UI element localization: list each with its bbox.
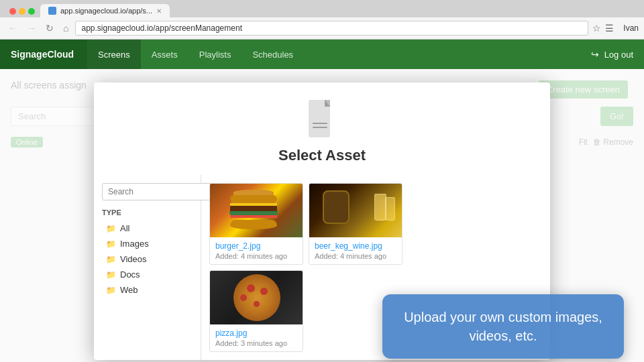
beer-name: beer_keg_wine.jpg [315, 241, 396, 251]
folder-icon-videos: 📁 [106, 255, 116, 264]
modal-header: Select Asset [94, 82, 550, 175]
modal-sidebar: TYPE 📁 All 📁 Images 📁 Videos [94, 175, 201, 360]
sidebar-search-row [102, 183, 193, 200]
reload-button[interactable]: ↻ [43, 21, 56, 35]
nav-screens[interactable]: Screens [87, 40, 141, 69]
maximize-dot[interactable] [28, 8, 35, 15]
sidebar-search-input[interactable] [102, 183, 215, 200]
burger-thumbnail [210, 184, 303, 237]
address-bar[interactable]: app.signagecloud.io/app/screenManagement [75, 21, 588, 36]
type-label: TYPE [102, 208, 193, 217]
svg-rect-4 [313, 127, 327, 128]
browser-chrome: app.signagecloud.io/app/s... ✕ ← → ↻ ⌂ a… [0, 0, 644, 40]
browser-tab[interactable]: app.signagecloud.io/app/s... ✕ [40, 4, 170, 17]
burger-added: Added: 4 minutes ago [215, 252, 297, 260]
tooltip-text: Upload your own custom images, videos, e… [404, 310, 602, 343]
sidebar-item-docs[interactable]: 📁 Docs [102, 267, 193, 282]
address-text: app.signagecloud.io/app/screenManagement [81, 23, 582, 33]
file-icon [306, 99, 338, 139]
nav-schedules[interactable]: Schedules [241, 40, 304, 69]
menu-button[interactable]: ☰ [605, 23, 614, 34]
asset-card-burger[interactable]: burger_2.jpg Added: 4 minutes ago [209, 183, 303, 265]
app-body: All screens assign Create new screen Go!… [0, 69, 644, 362]
asset-card-pizza[interactable]: pizza.jpg Added: 3 minutes ago [209, 270, 303, 352]
app-logo: SignageCloud [0, 40, 87, 69]
sidebar-label-videos: Videos [120, 254, 147, 264]
tab-title: app.signagecloud.io/app/s... [60, 7, 152, 15]
close-dot[interactable] [9, 8, 16, 15]
sidebar-label-docs: Docs [120, 269, 140, 280]
sidebar-item-videos[interactable]: 📁 Videos [102, 251, 193, 267]
pizza-name: pizza.jpg [215, 328, 297, 338]
sidebar-label-web: Web [120, 285, 138, 295]
folder-icon-web: 📁 [106, 286, 116, 295]
tab-close-icon[interactable]: ✕ [156, 7, 162, 15]
tab-favicon [48, 7, 56, 15]
burger-name: burger_2.jpg [215, 241, 297, 251]
beer-added: Added: 4 minutes ago [315, 252, 396, 260]
sidebar-item-images[interactable]: 📁 Images [102, 236, 193, 251]
folder-icon: 📁 [106, 224, 116, 233]
folder-icon-images: 📁 [106, 239, 116, 249]
nav-playlists[interactable]: Playlists [189, 40, 242, 69]
home-button[interactable]: ⌂ [60, 21, 71, 35]
asset-card-beer[interactable]: beer_keg_wine.jpg Added: 4 minutes ago [309, 183, 402, 265]
user-label: Ivan [623, 23, 639, 33]
pizza-added: Added: 3 minutes ago [215, 339, 297, 347]
pizza-info: pizza.jpg Added: 3 minutes ago [210, 324, 303, 351]
sidebar-item-web[interactable]: 📁 Web [102, 282, 193, 298]
header-right: ↪ Log out [591, 49, 644, 60]
back-button[interactable]: ← [5, 21, 20, 35]
bookmark-button[interactable]: ☆ [592, 23, 601, 34]
sidebar-item-all[interactable]: 📁 All [102, 221, 193, 236]
logout-arrow-icon: ↪ [591, 49, 599, 60]
asset-row-1: burger_2.jpg Added: 4 minutes ago [209, 183, 542, 265]
upload-tooltip: Upload your own custom images, videos, e… [382, 294, 624, 359]
nav-assets[interactable]: Assets [141, 40, 189, 69]
modal-overlay: Select Asset [0, 69, 644, 362]
modal-title: Select Asset [107, 147, 537, 164]
sidebar-label-images: Images [120, 239, 149, 249]
logout-link[interactable]: Log out [604, 50, 633, 60]
minimize-dot[interactable] [19, 8, 25, 15]
forward-button[interactable]: → [24, 21, 39, 35]
beer-info: beer_keg_wine.jpg Added: 4 minutes ago [309, 237, 402, 264]
app-nav: Screens Assets Playlists Schedules [87, 40, 304, 69]
svg-rect-3 [313, 123, 327, 124]
app-container: SignageCloud Screens Assets Playlists Sc… [0, 40, 644, 362]
pizza-thumbnail [210, 271, 303, 324]
folder-icon-docs: 📁 [106, 270, 116, 280]
app-header: SignageCloud Screens Assets Playlists Sc… [0, 40, 644, 69]
beer-thumbnail [309, 184, 402, 237]
sidebar-label-all: All [120, 223, 129, 233]
burger-info: burger_2.jpg Added: 4 minutes ago [210, 237, 303, 264]
browser-toolbar: ← → ↻ ⌂ app.signagecloud.io/app/screenMa… [0, 17, 644, 40]
